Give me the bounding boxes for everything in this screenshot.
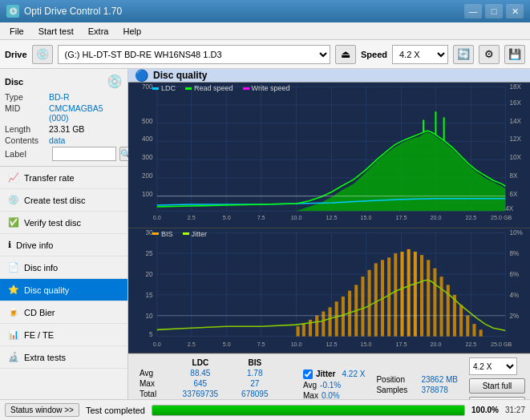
nav-items: 📈 Transfer rate 💿 Create test disc ✅ Ver… xyxy=(0,167,127,399)
jitter-max-row: Max 0.0% xyxy=(303,391,365,399)
disc-type-label: Type xyxy=(5,92,49,102)
svg-text:2%: 2% xyxy=(509,313,519,320)
legend-bis: BIS xyxy=(152,230,173,238)
stats-total-row: Total 33769735 678095 xyxy=(135,389,292,399)
jitter-checkbox[interactable] xyxy=(303,370,313,379)
charts-container: LDC Read speed Write speed xyxy=(128,83,530,353)
stats-speed-select[interactable]: 4.2 X xyxy=(469,357,517,375)
eject-button[interactable]: ⏏ xyxy=(335,45,356,64)
nav-label-transfer-rate: Transfer rate xyxy=(24,173,75,183)
col-header-bis: BIS xyxy=(231,357,280,368)
svg-text:22.5: 22.5 xyxy=(465,341,476,348)
content-area: 🔵 Disc quality LDC Read speed xyxy=(128,69,530,399)
svg-rect-110 xyxy=(440,277,443,337)
nav-label-fe-te: FE / TE xyxy=(24,330,54,340)
svg-rect-113 xyxy=(459,305,463,336)
svg-rect-107 xyxy=(420,255,423,337)
disc-quality-title: Disc quality xyxy=(153,70,207,81)
disc-length-value: 23.31 GB xyxy=(49,124,84,134)
svg-rect-109 xyxy=(433,269,436,337)
menubar: File Start test Extra Help xyxy=(0,22,530,40)
drive-icon-button[interactable]: 💿 xyxy=(32,45,53,64)
menu-help[interactable]: Help xyxy=(116,25,148,38)
disc-label-input[interactable] xyxy=(52,147,116,161)
nav-item-create-test-disc[interactable]: 💿 Create test disc xyxy=(0,189,127,212)
svg-text:5.0: 5.0 xyxy=(223,214,231,221)
position-label: Position xyxy=(376,375,416,384)
top-chart-svg: 700 500 400 300 200 100 18X 16X 14X 12X … xyxy=(128,83,530,228)
svg-rect-116 xyxy=(479,329,483,336)
minimize-button[interactable]: — xyxy=(464,4,482,18)
avg-label: Avg xyxy=(135,368,170,378)
svg-text:6X: 6X xyxy=(509,191,518,198)
nav-label-disc-quality: Disc quality xyxy=(24,285,69,295)
settings-button[interactable]: ⚙ xyxy=(479,45,500,64)
toolbar: Drive 💿 (G:) HL-DT-ST BD-RE WH16NS48 1.D… xyxy=(0,40,530,69)
svg-text:15: 15 xyxy=(146,292,154,299)
svg-text:25.0 GB: 25.0 GB xyxy=(491,341,512,348)
menu-start-test[interactable]: Start test xyxy=(32,25,80,38)
disc-panel-title: Disc xyxy=(5,77,23,87)
legend-read-speed-label: Read speed xyxy=(194,84,233,92)
svg-rect-88 xyxy=(297,326,300,336)
svg-rect-98 xyxy=(361,277,364,337)
svg-rect-95 xyxy=(342,297,345,337)
top-chart-legend: LDC Read speed Write speed xyxy=(152,84,289,92)
nav-item-extra-tests[interactable]: 🔬 Extra tests xyxy=(0,346,127,369)
disc-mid-row: MID CMCMAGBA5 (000) xyxy=(5,103,123,123)
save-button[interactable]: 💾 xyxy=(504,45,525,64)
refresh-button[interactable]: 🔄 xyxy=(453,45,474,64)
jitter-speed: 4.22 X xyxy=(342,370,365,378)
stats-table: LDC BIS Avg 88.45 1.78 Max xyxy=(128,354,298,399)
svg-text:15.0: 15.0 xyxy=(361,214,372,221)
legend-ldc-label: LDC xyxy=(161,84,176,92)
nav-item-disc-quality[interactable]: ⭐ Disc quality xyxy=(0,279,127,301)
status-window-button[interactable]: Status window >> xyxy=(5,403,79,417)
nav-label-cd-bier: CD Bier xyxy=(24,308,55,317)
bottom-chart-legend: BIS Jitter xyxy=(152,230,207,238)
close-button[interactable]: ✕ xyxy=(506,4,524,18)
sidebar: Disc 💿 Type BD-R MID CMCMAGBA5 (000) Len… xyxy=(0,69,128,399)
disc-quality-header-icon: 🔵 xyxy=(135,69,148,82)
nav-item-drive-info[interactable]: ℹ Drive info xyxy=(0,234,127,256)
nav-label-create-test-disc: Create test disc xyxy=(24,196,85,205)
status-text: Test completed xyxy=(86,406,145,415)
svg-text:0.0: 0.0 xyxy=(153,341,161,348)
position-value: 23862 MB xyxy=(421,375,458,384)
progress-percent: 100.0% xyxy=(471,406,499,414)
nav-item-disc-info[interactable]: 📄 Disc info xyxy=(0,256,127,279)
svg-text:2.5: 2.5 xyxy=(188,214,196,221)
nav-item-fe-te[interactable]: 📊 FE / TE xyxy=(0,324,127,346)
svg-text:700: 700 xyxy=(142,83,153,91)
titlebar-controls: — □ ✕ xyxy=(464,4,524,18)
svg-rect-106 xyxy=(414,252,417,337)
nav-label-extra-tests: Extra tests xyxy=(24,353,66,362)
disc-type-value: BD-R xyxy=(49,92,70,102)
start-full-button[interactable]: Start full xyxy=(469,378,525,394)
svg-text:25.0 GB: 25.0 GB xyxy=(491,214,512,221)
svg-text:400: 400 xyxy=(142,135,153,143)
disc-length-row: Length 23.31 GB xyxy=(5,124,123,134)
svg-text:7.5: 7.5 xyxy=(257,341,265,348)
svg-text:10.0: 10.0 xyxy=(291,214,302,221)
stats-max-row: Max 645 27 xyxy=(135,378,292,389)
transfer-rate-icon: 📈 xyxy=(8,172,19,183)
svg-rect-104 xyxy=(400,252,403,337)
menu-file[interactable]: File xyxy=(3,25,30,38)
disc-info-icon: 📄 xyxy=(8,262,19,273)
speed-label: Speed xyxy=(361,50,387,59)
svg-text:4X: 4X xyxy=(505,205,514,212)
svg-text:14X: 14X xyxy=(509,118,521,125)
nav-item-cd-bier[interactable]: 🍺 CD Bier xyxy=(0,301,127,324)
nav-item-verify-test-disc[interactable]: ✅ Verify test disc xyxy=(0,212,127,234)
nav-item-transfer-rate[interactable]: 📈 Transfer rate xyxy=(0,167,127,189)
speed-select[interactable]: 4.2 X xyxy=(392,45,448,64)
disc-label-label: Label xyxy=(5,149,49,159)
menu-extra[interactable]: Extra xyxy=(82,25,115,38)
disc-contents-row: Contents data xyxy=(5,135,123,145)
drive-select[interactable]: (G:) HL-DT-ST BD-RE WH16NS48 1.D3 xyxy=(58,45,330,64)
start-part-button[interactable]: Start part xyxy=(469,397,525,399)
disc-mid-value: CMCMAGBA5 (000) xyxy=(49,103,123,123)
maximize-button[interactable]: □ xyxy=(485,4,503,18)
nav-label-verify-test-disc: Verify test disc xyxy=(24,218,81,228)
